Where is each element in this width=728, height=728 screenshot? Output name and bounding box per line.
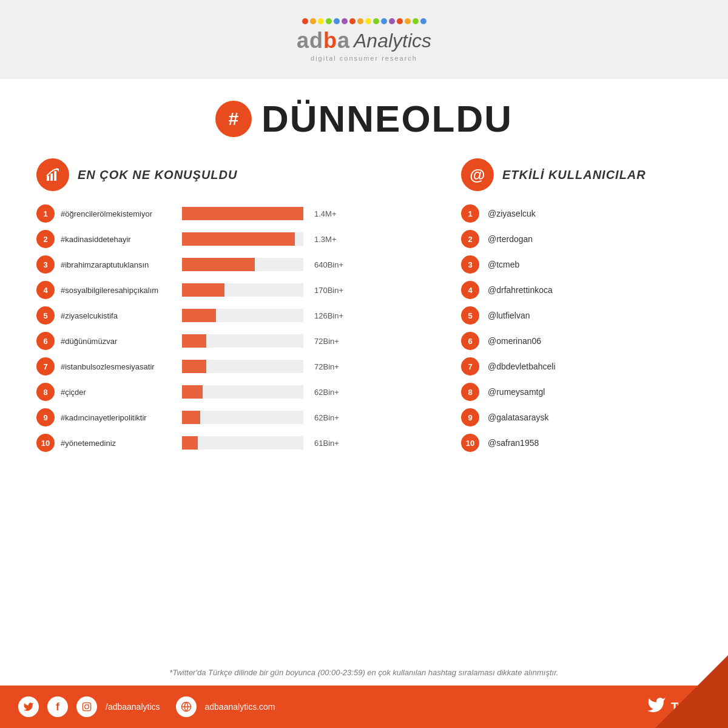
trend-tag: #çiçder (61, 388, 176, 397)
trend-tag: #düğünümüzvar (61, 337, 176, 346)
trend-bar-container (182, 232, 303, 246)
dot-8 (357, 18, 363, 24)
user-name: @lutfielvan (488, 311, 530, 320)
trend-value: 640Bin+ (314, 260, 351, 269)
trend-item: 8 #çiçder 62Bin+ (36, 383, 437, 401)
trending-section-title: EN ÇOK NE KONUŞULDU (78, 168, 237, 182)
logo-subtitle: digital consumer research (311, 55, 417, 62)
dot-16 (420, 18, 426, 24)
user-rank: 1 (461, 204, 479, 223)
user-item: 6 @omerinan06 (461, 332, 692, 350)
page: adba Analytics digital consumer research… (0, 0, 728, 728)
users-section-title: ETKİLİ KULLANICILAR (502, 168, 646, 182)
trend-rank: 3 (36, 255, 55, 274)
user-rank: 5 (461, 306, 479, 325)
dot-4 (326, 18, 332, 24)
trend-tag: #sosyalbilgileresahipçıkalım (61, 286, 176, 295)
trend-value: 1.3M+ (314, 235, 351, 244)
user-item: 2 @rterdogan (461, 230, 692, 248)
trend-bar-container (182, 207, 303, 220)
trend-bar-fill (182, 334, 206, 348)
user-rank: 7 (461, 357, 479, 376)
users-header: @ ETKİLİ KULLANICILAR (461, 158, 692, 191)
user-name: @safran1958 (488, 438, 539, 448)
dot-15 (413, 18, 419, 24)
users-list: 1 @ziyaselcuk 2 @rterdogan 3 @tcmeb 4 @d… (461, 204, 692, 452)
trend-bar-container (182, 309, 303, 322)
user-item: 4 @drfahrettinkoca (461, 281, 692, 299)
trending-section: EN ÇOK NE KONUŞULDU 1 #öğrencilerölmekis… (36, 158, 437, 645)
svg-rect-2 (54, 171, 56, 181)
user-name: @drfahrettinkoca (488, 285, 553, 295)
trend-item: 6 #düğünümüzvar 72Bin+ (36, 332, 437, 350)
trend-item: 1 #öğrencilerölmekistemiyor 1.4M+ (36, 204, 437, 223)
user-rank: 9 (461, 408, 479, 426)
trend-value: 126Bin+ (314, 311, 351, 320)
chart-icon (36, 158, 69, 191)
dot-14 (405, 18, 411, 24)
trend-bar-fill (182, 283, 224, 297)
user-name: @rterdogan (488, 234, 533, 244)
dot-1 (302, 18, 308, 24)
users-section: @ ETKİLİ KULLANICILAR 1 @ziyaselcuk 2 @r… (461, 158, 692, 645)
user-name: @ziyaselcuk (488, 209, 536, 218)
svg-rect-4 (83, 703, 90, 710)
trend-bar-fill (182, 436, 198, 450)
logo-container: adba Analytics digital consumer research (297, 18, 431, 62)
trend-bar-container (182, 385, 303, 399)
user-name: @omerinan06 (488, 336, 541, 346)
title-section: # DÜNNEOLDU (0, 79, 728, 152)
corner-decoration (655, 655, 728, 728)
user-item: 7 @dbdevletbahceli (461, 357, 692, 376)
trend-rank: 7 (36, 357, 55, 376)
main-title: DÜNNEOLDU (261, 97, 513, 140)
dot-11 (381, 18, 387, 24)
trend-value: 72Bin+ (314, 337, 351, 346)
logo-analytics: Analytics (354, 30, 431, 52)
trend-bar-fill (182, 309, 216, 322)
footer-note: *Twitter'da Türkçe dilinde bir gün boyun… (0, 658, 728, 686)
trend-tag: #kadıncinayetleripolitiktir (61, 413, 176, 422)
dot-6 (342, 18, 348, 24)
trend-rank: 10 (36, 434, 55, 452)
svg-point-6 (89, 704, 89, 705)
trend-bar-container (182, 360, 303, 373)
trend-bar-fill (182, 258, 255, 271)
trend-tag: #ibrahimzaraptutuklansın (61, 260, 176, 269)
facebook-social-icon[interactable]: f (47, 696, 68, 717)
trend-item: 7 #istanbulsozlesmesiyasatir 72Bin+ (36, 357, 437, 376)
svg-rect-0 (47, 176, 49, 181)
trending-header: EN ÇOK NE KONUŞULDU (36, 158, 437, 191)
trend-bar-container (182, 258, 303, 271)
trend-item: 10 #yönetemediniz 61Bin+ (36, 434, 437, 452)
trend-rank: 8 (36, 383, 55, 401)
dot-2 (310, 18, 316, 24)
svg-point-5 (85, 705, 89, 709)
user-item: 10 @safran1958 (461, 434, 692, 452)
trend-bar-fill (182, 411, 200, 424)
trend-bar-container (182, 283, 303, 297)
twitter-social-icon[interactable] (18, 696, 39, 717)
user-rank: 2 (461, 230, 479, 248)
user-item: 1 @ziyaselcuk (461, 204, 692, 223)
user-name: @galatasaraysk (488, 413, 549, 422)
bottom-bar: f /adbaanalytics adbaanalytics.com (0, 686, 728, 728)
user-name: @dbdevletbahceli (488, 362, 556, 371)
trend-item: 5 #ziyaselcukistifa 126Bin+ (36, 306, 437, 325)
user-rank: 6 (461, 332, 479, 350)
dot-7 (349, 18, 356, 24)
hash-badge: # (215, 101, 252, 137)
dot-5 (334, 18, 340, 24)
trend-tag: #öğrencilerölmekistemiyor (61, 209, 176, 218)
dot-12 (389, 18, 395, 24)
trend-item: 9 #kadıncinayetleripolitiktir 62Bin+ (36, 408, 437, 426)
at-icon: @ (461, 158, 494, 191)
user-item: 5 @lutfielvan (461, 306, 692, 325)
trend-rank: 5 (36, 306, 55, 325)
trend-bar-fill (182, 232, 295, 246)
user-rank: 8 (461, 383, 479, 401)
website-icon[interactable] (176, 696, 197, 717)
trend-item: 4 #sosyalbilgileresahipçıkalım 170Bin+ (36, 281, 437, 299)
instagram-social-icon[interactable] (76, 696, 97, 717)
dot-3 (318, 18, 324, 24)
